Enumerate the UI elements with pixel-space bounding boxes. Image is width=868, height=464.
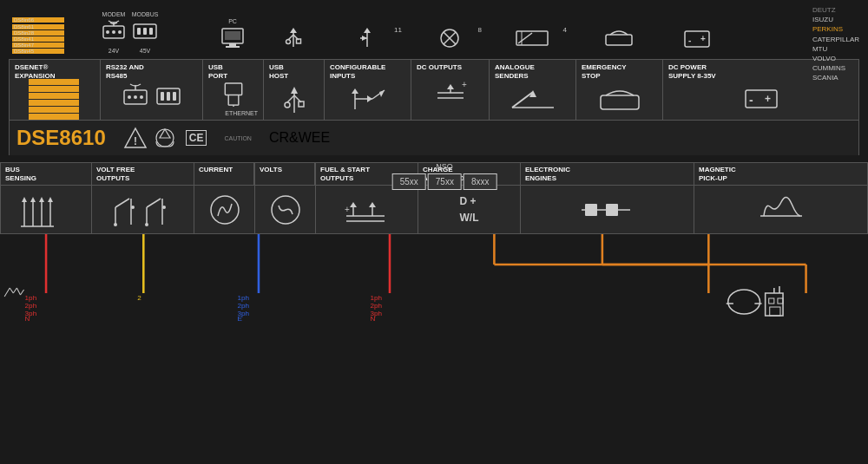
svg-text:2ph: 2ph bbox=[25, 302, 37, 310]
svg-rect-41 bbox=[225, 83, 241, 95]
electronic-body bbox=[521, 186, 694, 233]
pc-icon bbox=[219, 26, 247, 50]
svg-text:N: N bbox=[25, 315, 30, 321]
svg-rect-102 bbox=[606, 204, 618, 216]
engine-perkins: PERKINS bbox=[812, 24, 859, 34]
emergency-cell: EMERGENCY STOP bbox=[576, 60, 663, 120]
usb-port-cell: USB PORT ETHERNET bbox=[203, 60, 264, 120]
configurable-cell: CONFIGURABLE INPUTS bbox=[325, 60, 411, 120]
svg-line-141 bbox=[10, 288, 13, 293]
svg-rect-39 bbox=[167, 92, 170, 101]
svg-point-1 bbox=[106, 30, 109, 34]
svg-line-144 bbox=[20, 290, 23, 295]
svg-rect-101 bbox=[585, 204, 597, 216]
svg-text:+: + bbox=[345, 205, 350, 214]
svg-rect-6 bbox=[137, 28, 141, 35]
svg-point-131 bbox=[728, 290, 760, 314]
svg-marker-14 bbox=[290, 28, 297, 33]
engine-scania: SCANIA bbox=[812, 73, 859, 82]
svg-rect-137 bbox=[770, 307, 780, 316]
svg-line-48 bbox=[287, 95, 294, 102]
svg-marker-20 bbox=[364, 28, 371, 33]
rs232-title: RS232 AND RS485 bbox=[106, 63, 197, 80]
svg-text:2ph: 2ph bbox=[237, 302, 249, 310]
mag-pickup-icon bbox=[755, 190, 807, 230]
modbus-icon bbox=[131, 19, 159, 43]
svg-point-35 bbox=[140, 95, 143, 99]
middle-section: DSE8610 ! CE CAUTION CR&WEE bbox=[9, 120, 859, 155]
emergency-icon bbox=[582, 82, 657, 116]
usb-host-cell: USB HOST bbox=[264, 60, 325, 120]
svg-marker-98 bbox=[350, 202, 357, 207]
svg-rect-135 bbox=[769, 298, 774, 304]
svg-rect-38 bbox=[161, 92, 164, 101]
bus-sensing-cell: BUSSENSING bbox=[1, 163, 92, 233]
dsenet-cell: DSENET® EXPANSION bbox=[10, 60, 101, 120]
cr-label: CR&WEE bbox=[269, 130, 330, 146]
svg-rect-28 bbox=[606, 35, 632, 45]
current-icon bbox=[206, 190, 244, 230]
dc-outputs-title: DC OUTPUTS bbox=[417, 63, 483, 72]
svg-line-140 bbox=[4, 288, 10, 297]
electronic-icon bbox=[582, 190, 634, 230]
bus-sensing-icon bbox=[16, 190, 76, 230]
svg-text:-: - bbox=[749, 93, 753, 107]
svg-point-89 bbox=[145, 223, 148, 226]
svg-marker-80 bbox=[39, 197, 44, 202]
svg-rect-66 bbox=[601, 95, 639, 109]
header-row: DSENET® EXPANSION RS232 AND RS485 bbox=[9, 59, 859, 120]
engine-mtu: MTU bbox=[812, 44, 859, 54]
svg-marker-53 bbox=[352, 88, 358, 94]
electronic-title: ELECTRONICENGINES bbox=[521, 163, 694, 186]
svg-marker-57 bbox=[379, 90, 385, 97]
engine-isuzu: ISUZU bbox=[812, 15, 859, 24]
bus-sensing-title: BUSSENSING bbox=[1, 163, 91, 186]
emergency-title: EMERGENCY STOP bbox=[582, 63, 657, 80]
connectors-section: 1ph 2ph 3ph N 2 1ph 2ph 3ph E 1ph 2ph 3p… bbox=[0, 234, 868, 321]
configurable-title: CONFIGURABLE INPUTS bbox=[330, 63, 405, 80]
svg-line-83 bbox=[115, 199, 129, 207]
svg-point-84 bbox=[114, 223, 117, 226]
usb-host-title: USB HOST bbox=[269, 63, 319, 80]
warning-icon: ! bbox=[123, 126, 148, 150]
svg-text:+: + bbox=[462, 80, 467, 89]
svg-point-34 bbox=[134, 95, 137, 99]
svg-text:E: E bbox=[237, 315, 242, 321]
analogue-cell: ANALOGUE SENDERS bbox=[490, 60, 576, 120]
svg-marker-100 bbox=[369, 202, 376, 207]
svg-text:1ph: 1ph bbox=[25, 294, 37, 302]
svg-text:+: + bbox=[765, 93, 771, 105]
nso-75xx: 75xx bbox=[428, 173, 462, 190]
dc-power-icon: - + bbox=[668, 82, 853, 116]
engine-caterpillar: CATERPILLAR bbox=[812, 35, 859, 44]
svg-marker-55 bbox=[367, 95, 372, 102]
bus-sensing-body bbox=[1, 186, 91, 233]
dse-title: DSE8610 bbox=[16, 126, 106, 150]
engine-list: DEUTZ ISUZU PERKINS CATERPILLAR MTU VOLV… bbox=[812, 5, 859, 83]
svg-text:2: 2 bbox=[137, 294, 141, 302]
nso-55xx: 55xx bbox=[392, 173, 426, 190]
fuel-start-body: + bbox=[316, 186, 418, 233]
svg-text:-: - bbox=[688, 36, 691, 45]
nso-8xxx: 8xxx bbox=[464, 173, 497, 190]
gen-volts-title: VOLTS bbox=[255, 163, 315, 186]
usb-port-icon: ETHERNET bbox=[208, 82, 258, 116]
dc-outputs-cell: DC OUTPUTS + bbox=[411, 60, 490, 120]
engine-volvo: VOLVO bbox=[812, 54, 859, 63]
svg-text:1ph: 1ph bbox=[371, 294, 383, 302]
svg-text:!: ! bbox=[134, 135, 137, 147]
nso-label: NSO bbox=[392, 162, 497, 171]
gen-current-title: CURRENT bbox=[194, 163, 254, 186]
gen-sensing-inner: CURRENT VOLTS bbox=[194, 163, 315, 233]
svg-rect-12 bbox=[226, 46, 240, 48]
mag-pickup-cell: MAGNETICPICK-UP bbox=[694, 163, 867, 233]
emergency-stop-icon bbox=[603, 26, 635, 50]
svg-line-88 bbox=[147, 199, 161, 207]
engine-cummins: CUMMINS bbox=[812, 63, 859, 73]
svg-rect-8 bbox=[149, 28, 153, 35]
nso-block: NSO 55xx 75xx 8xxx bbox=[392, 162, 497, 190]
svg-rect-18 bbox=[297, 39, 301, 43]
recycle-icon bbox=[153, 126, 177, 150]
svg-text:N: N bbox=[371, 315, 376, 321]
svg-point-49 bbox=[285, 102, 290, 108]
